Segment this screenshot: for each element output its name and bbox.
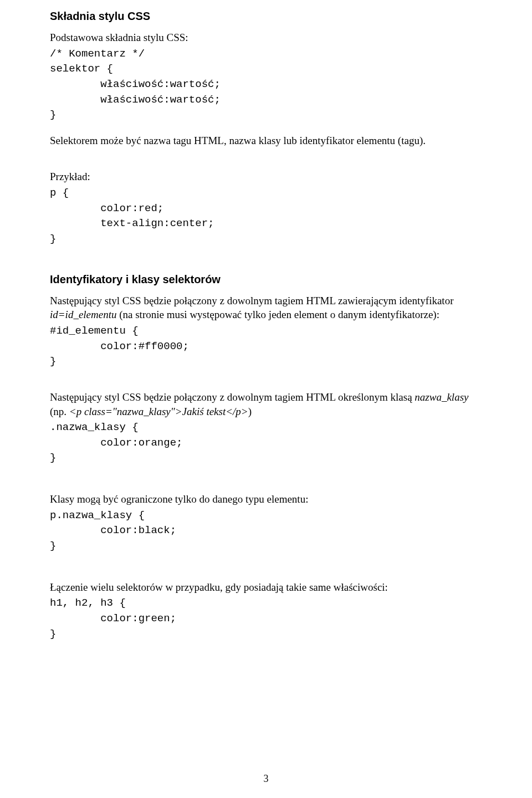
italic-id-example: id=id_elementu (50, 309, 116, 320)
italic-class-name: nazwa_klasy (415, 391, 468, 403)
code-line: } (50, 232, 482, 247)
paragraph-class-desc: Następujący styl CSS będzie połączony z … (50, 390, 482, 418)
code-line: } (50, 539, 482, 554)
code-line: /* Komentarz */ (50, 47, 482, 62)
code-line: text-align:center; (50, 217, 482, 231)
code-line: właściwość:wartość; (50, 78, 482, 92)
code-line: color:black; (50, 524, 482, 538)
page-number: 3 (0, 773, 532, 785)
code-line: } (50, 108, 482, 122)
italic-class-example: <p class="nazwa_klasy">Jakiś tekst</p> (69, 406, 248, 417)
code-line: color:red; (50, 202, 482, 216)
text-fragment: Następujący styl CSS będzie połączony z … (50, 391, 415, 403)
code-line: color:green; (50, 612, 482, 626)
code-line: h1, h2, h3 { (50, 596, 482, 611)
code-line: } (50, 451, 482, 466)
example-label: Przykład: (50, 170, 482, 184)
code-line: właściwość:wartość; (50, 93, 482, 108)
paragraph-intro: Podstawowa składnia stylu CSS: (50, 30, 482, 45)
paragraph-class-limit: Klasy mogą być ograniczone tylko do dane… (50, 492, 482, 507)
code-line: selektor { (50, 62, 482, 76)
paragraph-selector-desc: Selektorem może być nazwa tagu HTML, naz… (50, 134, 482, 148)
code-line: #id_elementu { (50, 324, 482, 339)
code-line: } (50, 627, 482, 642)
text-fragment: ) (248, 406, 252, 417)
code-line: } (50, 355, 482, 369)
text-fragment: (na stronie musi występować tylko jeden … (116, 309, 439, 320)
text-fragment: (np. (50, 406, 69, 417)
code-line: .nazwa_klasy { (50, 421, 482, 435)
code-line: p { (50, 186, 482, 201)
code-line: color:#ff0000; (50, 340, 482, 354)
code-line: p.nazwa_klasy { (50, 509, 482, 523)
heading-identifiers: Identyfikatory i klasy selektorów (50, 273, 482, 286)
text-fragment: Następujący styl CSS będzie połączony z … (50, 295, 453, 306)
heading-syntax: Składnia stylu CSS (50, 10, 482, 23)
code-line: color:orange; (50, 436, 482, 451)
paragraph-id-desc: Następujący styl CSS będzie połączony z … (50, 294, 482, 322)
paragraph-combine: Łączenie wielu selektorów w przypadku, g… (50, 580, 482, 595)
document-page: Składnia stylu CSS Podstawowa składnia s… (0, 0, 532, 798)
